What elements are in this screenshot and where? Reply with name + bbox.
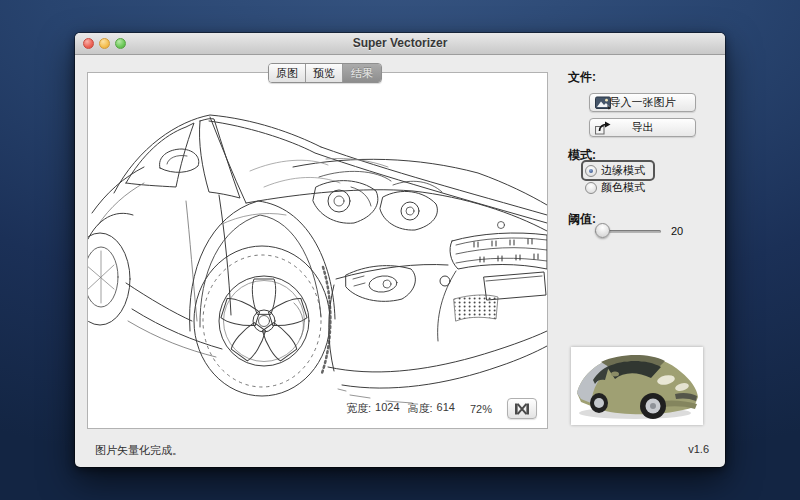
radio-selected-icon[interactable]	[585, 165, 597, 177]
import-image-label: 导入一张图片	[610, 95, 676, 110]
version-label: v1.6	[688, 443, 709, 455]
zoom-percent: 72%	[470, 403, 492, 415]
fit-to-window-button[interactable]	[507, 398, 537, 419]
radio-edge-mode[interactable]: 边缘模式	[581, 160, 655, 181]
titlebar[interactable]: Super Vectorizer	[75, 33, 725, 55]
radio-unselected-icon[interactable]	[585, 182, 597, 194]
threshold-slider[interactable]	[595, 223, 661, 239]
minimize-button[interactable]	[99, 38, 110, 49]
result-canvas: 宽度: 1024 高度: 614 72%	[87, 72, 548, 429]
image-info-bar: 宽度: 1024 高度: 614 72%	[346, 398, 537, 419]
app-window: Super Vectorizer 原图 预览 结果	[75, 33, 725, 467]
tab-result[interactable]: 结果	[343, 64, 381, 82]
status-message: 图片矢量化完成。	[95, 443, 183, 458]
threshold-section-label: 阈值:	[568, 211, 596, 228]
zoom-window-button[interactable]	[115, 38, 126, 49]
width-label: 宽度:	[346, 401, 371, 416]
edge-mode-label: 边缘模式	[601, 163, 645, 178]
export-button[interactable]: 导出	[589, 118, 696, 137]
close-button[interactable]	[83, 38, 94, 49]
tab-preview[interactable]: 预览	[306, 64, 343, 82]
traffic-lights	[83, 38, 126, 49]
image-dimensions: 宽度: 1024 高度: 614	[346, 401, 455, 416]
window-title: Super Vectorizer	[75, 33, 725, 54]
source-car-photo	[571, 347, 703, 425]
color-mode-label: 颜色模式	[601, 180, 645, 195]
import-image-button[interactable]: 导入一张图片	[589, 93, 696, 112]
export-label: 导出	[632, 120, 654, 135]
width-value: 1024	[375, 401, 399, 416]
fit-to-window-icon	[514, 403, 530, 415]
view-mode-tabs: 原图 预览 结果	[268, 63, 382, 83]
tab-original[interactable]: 原图	[269, 64, 306, 82]
height-value: 614	[437, 401, 455, 416]
vectorized-car-artwork	[88, 73, 548, 429]
threshold-value: 20	[671, 225, 683, 237]
height-label: 高度:	[408, 401, 433, 416]
radio-color-mode[interactable]: 颜色模式	[585, 179, 645, 196]
source-image-thumbnail	[571, 347, 703, 425]
export-arrow-icon	[595, 121, 612, 135]
desktop-background: Super Vectorizer 原图 预览 结果	[0, 0, 800, 500]
file-section-label: 文件:	[568, 69, 596, 86]
picture-icon	[595, 96, 612, 110]
slider-knob[interactable]	[595, 223, 610, 238]
